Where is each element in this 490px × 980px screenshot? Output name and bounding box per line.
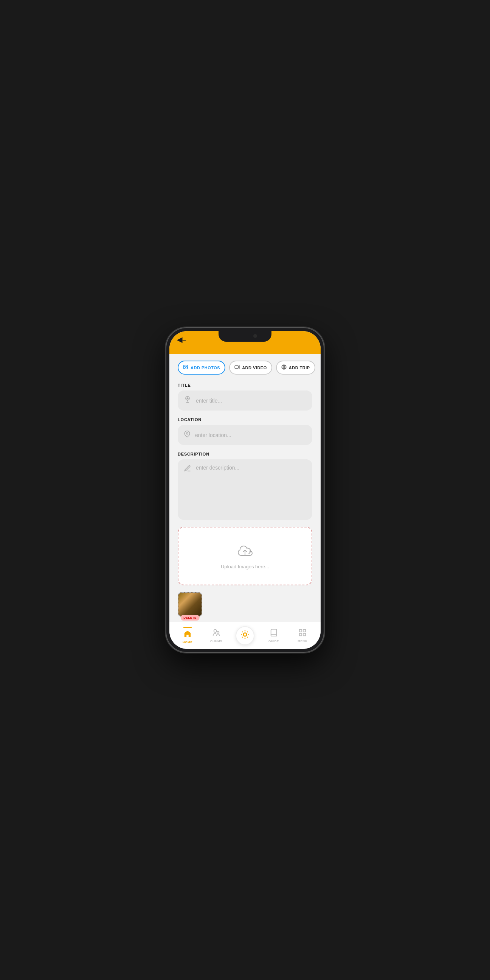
- menu-label: MENU: [298, 640, 308, 643]
- description-placeholder: enter description...: [196, 465, 239, 471]
- tab-add-trip[interactable]: ADD TRIP: [276, 361, 315, 375]
- home-label: HOME: [182, 641, 192, 644]
- location-placeholder: enter location...: [195, 432, 232, 438]
- globe-icon: [281, 364, 287, 371]
- location-field-group: LOCATION enter location...: [178, 417, 312, 445]
- svg-rect-13: [303, 633, 306, 635]
- tab-trip-label: ADD TRIP: [289, 366, 310, 370]
- image-thumbnail: [178, 592, 202, 617]
- main-content: ADD PHOTOS ADD VIDEO ADD TRIP TITLE: [170, 354, 320, 622]
- image-thumbnail-wrap: DELETE: [178, 592, 202, 617]
- nav-chums[interactable]: CHUMS: [202, 628, 231, 643]
- svg-rect-12: [300, 633, 302, 635]
- back-arrow-icon: ◀–: [177, 336, 186, 343]
- svg-rect-11: [303, 629, 306, 632]
- title-field-group: TITLE enter title...: [178, 383, 312, 410]
- svg-point-5: [187, 398, 188, 399]
- svg-point-6: [186, 433, 188, 434]
- chums-icon: [212, 628, 220, 639]
- tab-bar: ADD PHOTOS ADD VIDEO ADD TRIP: [178, 361, 312, 375]
- nav-home[interactable]: HOME: [173, 627, 202, 644]
- status-bar: ◀–: [170, 331, 320, 354]
- description-field-group: DESCRIPTION enter description...: [178, 452, 312, 520]
- nav-guide[interactable]: GUIDE: [259, 628, 288, 643]
- description-label: DESCRIPTION: [178, 452, 312, 456]
- svg-point-8: [217, 631, 219, 633]
- camera-dot: [253, 334, 257, 338]
- nav-menu[interactable]: MENU: [288, 628, 317, 643]
- image-preview-row: DELETE: [178, 592, 312, 617]
- thumbnail-image: [178, 593, 201, 616]
- video-icon: [235, 364, 240, 371]
- back-button[interactable]: ◀–: [177, 336, 186, 343]
- svg-point-7: [214, 629, 217, 632]
- title-placeholder: enter title...: [196, 398, 222, 404]
- description-icon: [184, 465, 191, 474]
- nav-center[interactable]: [231, 626, 259, 645]
- menu-icon: [298, 628, 307, 639]
- svg-point-9: [244, 633, 247, 636]
- location-label: LOCATION: [178, 417, 312, 422]
- home-icon: [183, 630, 192, 640]
- title-label: TITLE: [178, 383, 312, 387]
- description-input-row[interactable]: enter description...: [178, 459, 312, 520]
- upload-area[interactable]: Upload Images here...: [178, 527, 312, 585]
- bottom-nav: HOME CHUMS GUIDE: [170, 622, 320, 649]
- upload-text: Upload Images here...: [221, 564, 269, 570]
- svg-point-1: [184, 366, 185, 367]
- center-icon: [240, 630, 250, 642]
- location-input-row[interactable]: enter location...: [178, 425, 312, 445]
- photos-icon: [183, 364, 188, 371]
- tab-add-photos[interactable]: ADD PHOTOS: [178, 361, 225, 375]
- tab-add-video[interactable]: ADD VIDEO: [229, 361, 272, 375]
- chums-label: CHUMS: [210, 640, 222, 643]
- title-input-row[interactable]: enter title...: [178, 390, 312, 410]
- tab-photos-label: ADD PHOTOS: [190, 366, 220, 370]
- phone-frame: ◀– ADD PHOTOS ADD VIDEO: [166, 327, 324, 653]
- home-active-indicator: [183, 627, 192, 628]
- center-action-button[interactable]: [236, 626, 254, 645]
- guide-icon: [270, 628, 278, 639]
- delete-badge[interactable]: DELETE: [180, 615, 200, 620]
- phone-screen: ◀– ADD PHOTOS ADD VIDEO: [170, 331, 320, 649]
- guide-label: GUIDE: [268, 640, 279, 643]
- svg-rect-10: [300, 629, 302, 632]
- svg-rect-2: [235, 366, 238, 369]
- tab-video-label: ADD VIDEO: [242, 366, 267, 370]
- cloud-upload-icon: [236, 542, 254, 560]
- notch: [219, 331, 271, 342]
- location-pin-icon: [184, 430, 190, 440]
- title-icon: [184, 396, 191, 405]
